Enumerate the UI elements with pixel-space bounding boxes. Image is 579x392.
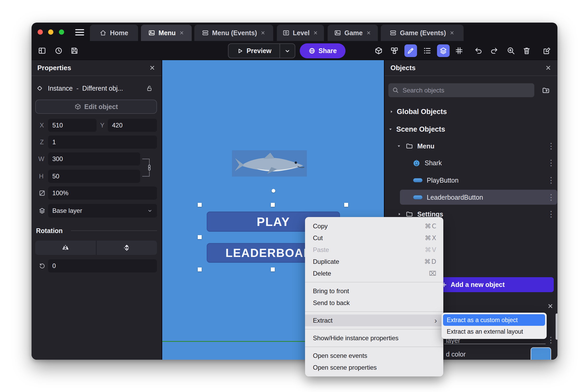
menu-item-open-scene-properties[interactable]: Open scene properties	[305, 362, 443, 373]
width-input[interactable]: 300	[48, 152, 140, 166]
zoom-icon[interactable]	[505, 44, 517, 57]
close-tab-icon[interactable]	[260, 30, 266, 35]
search-objects-box	[388, 83, 534, 97]
project-panels-icon[interactable]	[36, 44, 48, 57]
layers-icon[interactable]	[437, 44, 450, 57]
close-tab-icon[interactable]	[313, 30, 318, 35]
undo-icon[interactable]	[472, 44, 485, 57]
selection-handle[interactable]	[271, 267, 275, 271]
delete-icon[interactable]	[520, 44, 533, 57]
events-sheet-icon	[202, 29, 209, 36]
menu-item-send-to-back[interactable]: Send to back	[305, 297, 443, 309]
selection-handle[interactable]	[198, 267, 202, 271]
selection-handle[interactable]	[344, 203, 348, 207]
close-panel-icon[interactable]	[545, 64, 552, 71]
tab-level[interactable]: Level	[277, 25, 324, 41]
flip-vertical-button[interactable]	[96, 241, 157, 255]
more-options-icon[interactable]: ⋮	[547, 140, 555, 152]
link-wh-icon[interactable]	[146, 164, 153, 171]
traffic-light-zoom[interactable]	[59, 29, 64, 35]
more-options-icon[interactable]: ⋮	[547, 208, 555, 220]
selection-handle[interactable]	[271, 203, 275, 207]
layer-select[interactable]: Base layer	[48, 204, 157, 218]
save-icon[interactable]	[68, 44, 81, 57]
folder-row-menu[interactable]: Menu	[385, 140, 557, 152]
traffic-light-minimize[interactable]	[48, 29, 53, 35]
3d-box-icon[interactable]	[372, 44, 385, 57]
global-objects-row[interactable]: Global Objects	[385, 106, 557, 117]
opacity-icon	[39, 190, 45, 197]
height-input[interactable]: 50	[48, 170, 140, 183]
caret-right-icon[interactable]	[389, 109, 394, 114]
share-button[interactable]: Share	[300, 43, 346, 58]
rotation-input[interactable]: 0	[48, 259, 157, 272]
history-icon[interactable]	[52, 44, 65, 57]
object-row-playbutton[interactable]: PlayButton	[385, 174, 557, 186]
menu-item-cut[interactable]: Cut⌘X	[305, 232, 443, 244]
caret-down-icon[interactable]	[396, 143, 402, 149]
menu-item-delete[interactable]: Delete⌧	[305, 267, 443, 279]
background-color-swatch[interactable]	[531, 347, 551, 360]
rotate-handle[interactable]	[272, 189, 275, 193]
caret-right-icon[interactable]	[397, 212, 402, 217]
menu-item-open-scene-events[interactable]: Open scene events	[305, 350, 443, 362]
menu-item-duplicate[interactable]: Duplicate⌘D	[305, 256, 443, 267]
scrollbar[interactable]	[556, 313, 557, 340]
menu-item-extract[interactable]: Extract›	[305, 314, 443, 326]
hamburger-menu-icon[interactable]	[75, 29, 84, 35]
x-input[interactable]: 510	[48, 119, 96, 132]
selection-handle[interactable]	[198, 203, 202, 207]
opacity-input[interactable]: 100%	[48, 187, 157, 200]
add-folder-icon[interactable]	[542, 86, 550, 94]
shark-sprite[interactable]	[232, 150, 307, 177]
object-row-shark[interactable]: Shark	[385, 157, 557, 169]
instance-row: Instance - Different obj...	[32, 82, 161, 95]
submenu-item-extract-external-layout[interactable]: Extract as an external layout	[443, 326, 545, 337]
scene-icon	[148, 29, 155, 36]
width-label: W	[37, 152, 46, 166]
scene-objects-row[interactable]: Scene Objects	[385, 123, 557, 135]
close-panel-icon[interactable]	[149, 64, 156, 71]
tab-home[interactable]: Home	[90, 25, 138, 41]
submenu-item-extract-custom-object[interactable]: Extract as a custom object	[443, 314, 545, 326]
instance-properties-icon[interactable]	[421, 44, 433, 57]
more-options-icon[interactable]: ⋮	[547, 192, 555, 203]
z-input[interactable]: 1	[48, 136, 157, 149]
tab-menu-events[interactable]: Menu (Events)	[194, 25, 273, 41]
caret-down-icon[interactable]	[388, 127, 393, 132]
redo-icon[interactable]	[488, 44, 500, 57]
menu-item-copy[interactable]: Copy⌘C	[305, 220, 443, 232]
global-objects-label: Global Objects	[397, 108, 447, 116]
more-options-icon[interactable]: ⋮	[547, 174, 555, 186]
traffic-light-close[interactable]	[38, 29, 43, 35]
close-tab-icon[interactable]	[449, 30, 455, 35]
tab-game-events[interactable]: Game (Events)	[381, 25, 464, 41]
edit-mode-icon[interactable]	[404, 44, 417, 57]
close-subpanel-icon[interactable]	[547, 303, 554, 310]
preview-options-button[interactable]	[280, 44, 295, 58]
tab-label: Home	[110, 29, 128, 37]
more-options-icon[interactable]: ⋮	[547, 157, 555, 169]
grid-icon[interactable]	[453, 44, 465, 57]
tab-menu[interactable]: Menu	[141, 25, 192, 41]
preview-split-button[interactable]: Preview	[228, 43, 295, 58]
y-input[interactable]: 420	[108, 119, 157, 132]
edit-scene-icon[interactable]	[541, 44, 553, 57]
menu-item-show-hide-instance-properties[interactable]: Show/Hide instance properties	[305, 332, 443, 344]
search-objects-input[interactable]	[388, 83, 534, 97]
menu-item-paste: Paste⌘V	[305, 244, 443, 256]
close-tab-icon[interactable]	[366, 30, 371, 35]
objects-group-icon[interactable]	[388, 44, 401, 57]
object-row-leaderboardbutton[interactable]: LeaderboardButton	[385, 192, 557, 203]
selection-handle[interactable]	[198, 235, 202, 239]
flip-horizontal-button[interactable]	[35, 241, 96, 255]
close-tab-icon[interactable]	[179, 30, 184, 35]
chevron-down-icon	[284, 48, 291, 54]
lock-open-icon[interactable]	[146, 85, 153, 92]
shark-object-icon	[413, 159, 420, 167]
tab-game[interactable]: Game	[328, 25, 378, 41]
edit-object-button[interactable]: Edit object	[35, 100, 157, 114]
more-options-icon[interactable]: ⋮	[547, 334, 555, 346]
menu-item-bring-to-front[interactable]: Bring to front	[305, 285, 443, 297]
preview-button[interactable]: Preview	[228, 44, 280, 58]
